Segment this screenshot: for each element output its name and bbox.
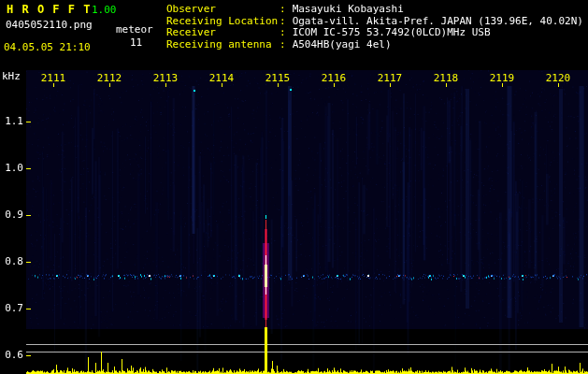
hrofft-output: H R O F F T 1.00 0405052110.png meteor 1…: [0, 0, 588, 374]
x-tick-2111: 2111: [39, 73, 67, 84]
info-label-0: Observer: [166, 4, 280, 16]
info-row-0: Observer:Masayuki Kobayashi: [166, 4, 583, 16]
x-tick-2112: 2112: [95, 73, 123, 84]
x-tick-2118: 2118: [432, 73, 460, 84]
y-tick-1.0: 1.0: [0, 163, 23, 174]
x-tick-2115: 2115: [264, 73, 292, 84]
x-tick-2117: 2117: [376, 73, 404, 84]
meteor-count: 11: [130, 37, 142, 49]
x-tick-2120: 2120: [544, 73, 572, 84]
app-version: 1.00: [92, 5, 117, 16]
info-colon-0: :: [280, 4, 286, 16]
x-tick-2116: 2116: [320, 73, 348, 84]
info-label-3: Receiving antenna: [166, 39, 280, 51]
spectrogram-canvas: [0, 0, 588, 374]
x-tick-2119: 2119: [488, 73, 516, 84]
y-axis: 1.11.00.90.80.70.6: [0, 0, 24, 374]
mode-label: meteor: [116, 24, 153, 36]
station-info: Observer:Masayuki KobayashiReceiving Loc…: [166, 4, 583, 50]
info-value-2: ICOM IC-575 53.7492(0LCD)MHz USB: [293, 27, 491, 39]
info-row-2: Receiver:ICOM IC-575 53.7492(0LCD)MHz US…: [166, 27, 583, 39]
x-tick-2113: 2113: [151, 73, 179, 84]
x-axis: 2111211221132114211521162117211821192120: [0, 73, 588, 84]
info-row-3: Receiving antenna:A504HB(yagi 4el): [166, 39, 583, 51]
y-tick-1.1: 1.1: [0, 116, 23, 127]
y-tick-0.7: 0.7: [0, 303, 23, 314]
info-colon-3: :: [280, 39, 286, 51]
info-value-0: Masayuki Kobayashi: [293, 4, 404, 16]
y-tick-0.9: 0.9: [0, 209, 23, 221]
info-value-3: A504HB(yagi 4el): [293, 39, 392, 51]
y-tick-0.6: 0.6: [0, 350, 23, 361]
info-colon-2: :: [280, 27, 286, 39]
info-label-2: Receiver: [166, 27, 280, 39]
x-tick-2114: 2114: [208, 73, 236, 84]
y-tick-0.8: 0.8: [0, 256, 23, 267]
